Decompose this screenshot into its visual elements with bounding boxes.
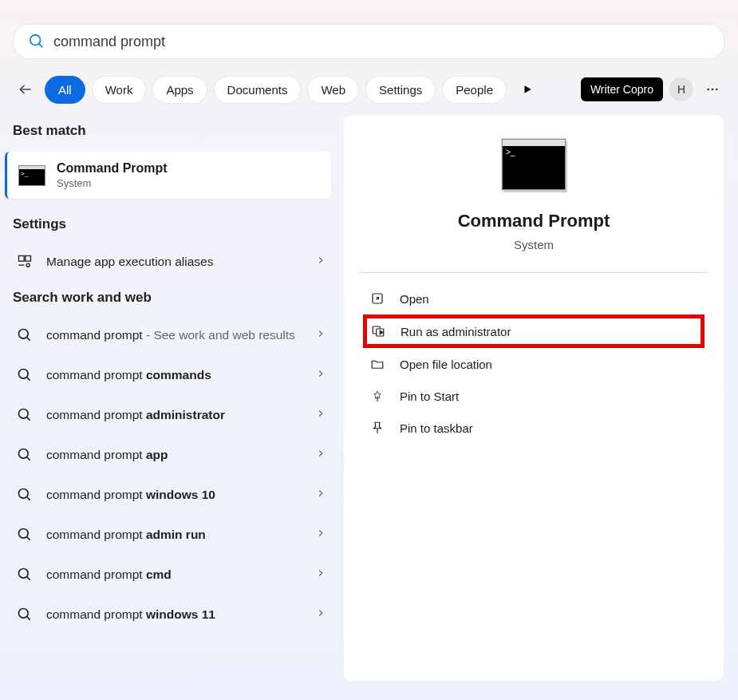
- svg-point-5: [712, 89, 714, 91]
- play-icon: [522, 84, 533, 95]
- filter-pill-web[interactable]: Web: [307, 76, 359, 104]
- best-match-result[interactable]: Command Prompt System: [5, 152, 331, 199]
- chevron-right-icon: [315, 448, 326, 462]
- search-suggestion[interactable]: command prompt commands: [0, 355, 339, 395]
- action-label: Open: [400, 292, 429, 306]
- action-pintask[interactable]: Pin to taskbar: [363, 412, 704, 444]
- action-folder[interactable]: Open file location: [363, 348, 704, 380]
- svg-line-12: [27, 338, 30, 341]
- scroll-right-button[interactable]: [513, 75, 542, 104]
- svg-point-19: [19, 489, 29, 499]
- chevron-right-icon: [315, 328, 326, 342]
- svg-point-11: [19, 330, 29, 339]
- suggestion-label: command prompt windows 10: [46, 488, 302, 502]
- extension-badge[interactable]: Writer Copro: [581, 77, 663, 101]
- search-suggestion[interactable]: command prompt admin run: [0, 515, 339, 555]
- back-button[interactable]: [13, 77, 38, 102]
- preview-panel: Command Prompt System Open Run as admini…: [344, 115, 724, 681]
- svg-line-24: [27, 577, 30, 580]
- search-input[interactable]: [45, 34, 710, 50]
- svg-line-20: [27, 497, 30, 500]
- search-suggestion[interactable]: command prompt cmd: [0, 555, 339, 595]
- svg-point-6: [716, 89, 718, 91]
- search-bar[interactable]: [13, 24, 725, 59]
- search-icon: [16, 606, 34, 623]
- svg-point-0: [30, 35, 41, 45]
- suggestion-label: command prompt admin run: [46, 528, 302, 542]
- suggestion-label: command prompt cmd: [46, 568, 302, 582]
- suggestion-label: command prompt app: [46, 448, 302, 462]
- chevron-right-icon: [315, 368, 326, 382]
- best-match-title: Command Prompt: [57, 161, 168, 176]
- search-icon: [16, 566, 34, 583]
- action-pinstart[interactable]: Pin to Start: [363, 380, 704, 412]
- svg-line-18: [27, 457, 30, 461]
- filter-pill-all[interactable]: All: [45, 76, 85, 104]
- settings-item-aliases[interactable]: Manage app execution aliases: [0, 242, 339, 282]
- preview-title: Command Prompt: [458, 211, 610, 231]
- search-icon: [16, 446, 34, 464]
- search-suggestion[interactable]: command prompt windows 11: [0, 595, 339, 635]
- best-match-header: Best match: [0, 115, 339, 148]
- search-suggestion[interactable]: command prompt administrator: [0, 395, 339, 435]
- aliases-icon: [16, 253, 34, 271]
- search-icon: [16, 366, 34, 384]
- more-button[interactable]: [700, 77, 725, 102]
- cmd-icon: [18, 165, 45, 186]
- svg-line-22: [27, 537, 30, 540]
- best-match-subtitle: System: [57, 177, 168, 189]
- filter-pill-work[interactable]: Work: [92, 76, 147, 104]
- svg-point-9: [26, 263, 30, 267]
- svg-point-21: [19, 529, 29, 539]
- svg-point-4: [707, 89, 709, 91]
- folder-icon: [369, 356, 385, 372]
- svg-point-23: [19, 569, 29, 579]
- filter-pill-documents[interactable]: Documents: [214, 76, 302, 104]
- svg-point-25: [19, 609, 29, 619]
- preview-subtitle: System: [514, 238, 554, 251]
- action-open[interactable]: Open: [363, 283, 704, 314]
- preview-app-icon: [502, 139, 566, 190]
- search-icon: [16, 326, 34, 344]
- search-suggestion[interactable]: command prompt - See work and web result…: [0, 315, 339, 355]
- pintask-icon: [369, 420, 385, 436]
- settings-item-label: Manage app execution aliases: [46, 255, 302, 269]
- chevron-right-icon: [315, 607, 326, 622]
- filter-pill-apps[interactable]: Apps: [152, 76, 207, 104]
- filter-toolbar: All Work Apps Documents Web Settings Peo…: [0, 69, 738, 115]
- chevron-right-icon: [315, 568, 326, 582]
- search-icon: [16, 406, 34, 424]
- action-label: Pin to taskbar: [400, 421, 473, 435]
- settings-header: Settings: [0, 208, 339, 242]
- filter-pill-settings[interactable]: Settings: [365, 76, 436, 104]
- search-suggestion[interactable]: command prompt windows 10: [0, 475, 339, 515]
- pinstart-icon: [369, 388, 385, 404]
- svg-line-26: [27, 617, 30, 620]
- filter-pill-people[interactable]: People: [442, 76, 507, 104]
- search-suggestion[interactable]: command prompt app: [0, 435, 339, 475]
- chevron-right-icon: [315, 488, 326, 502]
- svg-point-15: [19, 409, 29, 419]
- action-label: Pin to Start: [400, 390, 459, 403]
- search-icon: [16, 526, 34, 544]
- suggestion-label: command prompt windows 11: [46, 607, 302, 622]
- divider: [360, 272, 708, 273]
- suggestion-label: command prompt administrator: [46, 408, 302, 422]
- suggestion-label: command prompt commands: [46, 368, 302, 382]
- svg-marker-3: [524, 85, 531, 93]
- svg-line-14: [27, 378, 30, 381]
- svg-point-17: [19, 449, 29, 459]
- svg-line-1: [39, 44, 43, 48]
- action-label: Run as administrator: [401, 325, 511, 338]
- svg-line-16: [27, 417, 30, 421]
- more-icon: [705, 82, 720, 97]
- open-icon: [369, 291, 385, 306]
- admin-icon: [370, 323, 386, 339]
- search-web-header: Search work and web: [0, 282, 339, 315]
- avatar[interactable]: H: [669, 77, 693, 101]
- suggestion-label: command prompt - See work and web result…: [46, 328, 302, 342]
- search-icon: [28, 33, 45, 50]
- action-admin[interactable]: Run as administrator: [363, 314, 704, 348]
- search-icon: [16, 486, 34, 504]
- action-label: Open file location: [400, 358, 492, 371]
